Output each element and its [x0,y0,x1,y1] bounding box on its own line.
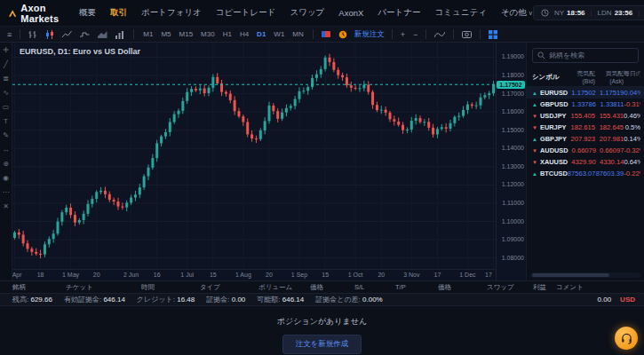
nav-menu: 概要取引ポートフォリオコピートレードスワップAxonXパートナーコミュニティその… [79,7,533,19]
timeframe-MN[interactable]: MN [289,29,306,39]
area-style-icon[interactable] [95,30,110,39]
candle [376,105,378,110]
watchlist-row-AUDUSD[interactable]: ▼AUDUSD0.660790.66097-0.32% [527,145,644,156]
trendline-tool-icon[interactable]: ╱ [4,61,8,68]
timeframe-M30[interactable]: M30 [197,29,219,39]
support-chat-button[interactable] [615,327,638,350]
remove-drawings-icon[interactable]: ✕ [3,203,9,210]
candle [259,130,262,139]
fibonacci-tool-icon[interactable]: ≣ [3,75,9,83]
nav-item-コミュニティ[interactable]: コミュニティ [435,7,487,19]
clock-ldn: LDN23:56 [598,9,632,17]
positions-header-row: 銘柄チケット時間タイプボリューム価格S/LT/P価格スワップ利益コメント [0,281,644,293]
menu-icon[interactable]: ≡ [4,30,14,39]
candle [290,106,292,107]
bid-price: 0.66079 [568,146,596,154]
watchlist-column-0: シンボル [532,69,567,84]
watchlist-row-GBPJPY[interactable]: ▲GBPJPY207.923207.9810.14% [527,133,644,145]
watchlist-row-GBPUSD[interactable]: ▲GBPUSD1.337861.33811-0.31% [527,99,644,110]
layout-grid-icon[interactable] [486,30,500,39]
shapes-tool-icon[interactable]: ▭ [3,104,10,111]
eye-icon[interactable]: ◉ [3,175,9,182]
candle [104,191,107,194]
symbol-name: EURUSD [540,89,568,97]
zoom-in-icon[interactable]: + [398,30,408,39]
candle [324,58,327,69]
line-style-icon[interactable] [60,30,75,39]
watchlist-row-BTCUSD[interactable]: ▲BTCUSD87563.0787603.39-0.22% [527,168,644,179]
zoom-out-icon[interactable]: − [410,30,420,39]
text-tool-icon[interactable]: T [4,118,8,125]
symbol-cell: ▼EURJPY [532,123,567,131]
brand-logo[interactable]: Axon Markets [9,3,63,24]
chart-canvas[interactable] [12,43,496,269]
watchlist-scrollbar[interactable] [530,272,640,278]
candle [302,91,305,91]
crosshair-tool-icon[interactable]: ✛ [3,47,9,54]
timeframe-M5[interactable]: M5 [157,29,174,39]
timeframe-H4[interactable]: H4 [236,29,252,39]
candlestick-chart[interactable]: EURUSD, D1: Euro vs US Dollar [12,43,496,269]
candle [445,127,448,129]
ask-price: 87603.39 [596,170,624,178]
time-tick: 15 [210,272,217,278]
nav-item-スワップ[interactable]: スワップ [290,7,324,19]
symbol-name: GBPJPY [540,135,567,143]
candle [281,113,283,119]
candles-style-icon[interactable] [43,30,57,39]
one-click-trading-icon[interactable] [319,30,333,38]
price-axis[interactable]: 1.190001.180001.170001.160001.150001.140… [496,43,526,280]
timeframe-W1[interactable]: W1 [270,29,288,39]
timeframe-M15[interactable]: M15 [176,29,197,39]
step-line-style-icon[interactable] [77,30,92,39]
time-axis[interactable]: 1 Apr181 May202 Jun161 Jul151 Aug201 Sep… [12,269,496,280]
ask-price: 1.33811 [596,100,624,108]
zoom-tool-icon[interactable]: ⊕ [3,161,9,168]
timeframe-H1[interactable]: H1 [219,29,235,39]
candle [311,78,314,87]
nav-item-ポートフォリオ[interactable]: ポートフォリオ [141,7,202,19]
watchlist-row-EURJPY[interactable]: ▼EURJPY182.615182.6450.5% [527,122,644,133]
nav-item-その他[interactable]: その他∨ [501,7,533,19]
clock-city-label: LDN [598,9,612,17]
nav-item-AxonX[interactable]: AxonX [338,8,363,18]
create-order-button[interactable]: 注文を新規作成 [282,335,362,354]
nav-item-パートナー[interactable]: パートナー [378,7,420,19]
candle [315,75,318,78]
wave-tool-icon[interactable]: ∿ [3,90,9,97]
brush-tool-icon[interactable]: ✎ [3,132,9,139]
watchlist-row-XAUUSD[interactable]: ▼XAUUSD4329.904330.140.64% [527,156,644,168]
timeframe-M1[interactable]: M1 [139,29,156,39]
pending-order-clock-icon[interactable] [336,30,350,39]
candle [419,118,422,122]
candle [483,95,486,98]
candle [151,158,154,168]
symbol-search[interactable] [532,48,639,63]
nav-item-概要[interactable]: 概要 [79,7,96,19]
clock-ny: NY18:56 [554,9,585,17]
candle [164,132,167,137]
time-tick: 1 Jul [180,272,194,278]
symbol-cell: ▲GBPUSD [532,100,568,108]
new-order-button[interactable]: 新規注文 [353,29,386,40]
watchlist-row-USDJPY[interactable]: ▼USDJPY155.405155.4310.46% [527,110,644,122]
timeframe-D1[interactable]: D1 [253,29,269,39]
scrollbar-thumb[interactable] [532,273,609,277]
daily-change: -0.22% [624,170,640,178]
price-tick: 1.19000 [502,53,524,59]
more-tools-icon[interactable]: ⋯ [3,189,10,196]
candle [208,88,211,93]
candle [397,122,400,125]
volume-style-icon[interactable] [113,30,128,39]
screenshot-icon[interactable] [459,30,474,38]
watchlist-row-EURUSD[interactable]: ▲EURUSD1.175021.175190.04% [527,87,644,99]
symbol-cell: ▼USDJPY [532,112,567,120]
nav-item-取引[interactable]: 取引 [110,7,127,19]
clock-city-label: NY [554,9,564,17]
symbol-search-input[interactable] [549,51,629,59]
measure-tool-icon[interactable]: ↔ [3,146,10,154]
bars-style-icon[interactable] [26,30,40,39]
nav-item-コピートレード[interactable]: コピートレード [216,7,276,19]
indicators-icon[interactable] [432,30,448,39]
candle [95,192,98,199]
